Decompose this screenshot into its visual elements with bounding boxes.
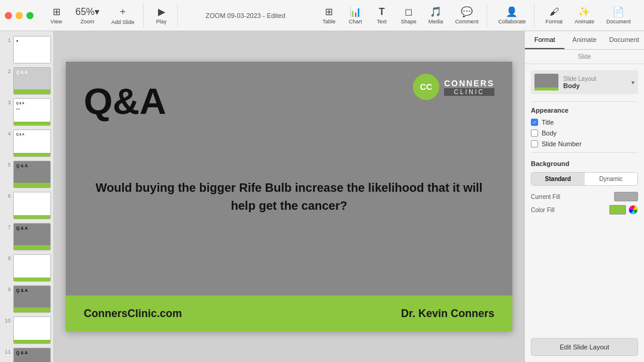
add-slide-button[interactable]: ＋ Add Slide: [108, 3, 138, 28]
background-toggle: Standard Dynamic: [531, 172, 638, 186]
tab-animate[interactable]: Animate: [564, 31, 604, 49]
slide-footer-bar: ConnersClinic.com Dr. Kevin Conners: [66, 295, 512, 331]
layout-info: Slide Layout Body: [563, 76, 627, 89]
toolbar-group-insert: ⊞ Table 📊 Chart T Text ◻ Shape 🎵 Media 💬…: [314, 4, 488, 27]
text-icon: T: [379, 7, 385, 17]
comment-button[interactable]: 💬 Comment: [451, 4, 482, 27]
animate-button[interactable]: ✨ Animate: [571, 4, 598, 27]
slide-layout-name: Body: [563, 82, 627, 89]
checkbox-title[interactable]: [531, 119, 538, 126]
toolbar-group-format: 🖌 Format ✨ Animate 📄 Document: [537, 4, 639, 27]
thumbnail-9[interactable]: 9 Q & A: [2, 285, 51, 313]
view-label: View: [50, 19, 62, 25]
collaborate-label: Collaborate: [498, 19, 525, 25]
thumbnail-1[interactable]: 1 ●: [2, 36, 51, 64]
edit-slide-layout-button[interactable]: Edit Slide Layout: [531, 338, 638, 356]
bg-dynamic-button[interactable]: Dynamic: [585, 173, 638, 185]
layout-dropdown-icon[interactable]: ▾: [631, 79, 634, 86]
zoom-icon: 65%▾: [75, 6, 99, 17]
slide-title[interactable]: Q&A: [84, 80, 166, 122]
thumbnail-4[interactable]: 4 Q & A: [2, 129, 51, 157]
thumbnail-6[interactable]: 6: [2, 192, 51, 219]
slide-footer-left: ConnersClinic.com: [84, 307, 182, 320]
shape-icon: ◻: [405, 6, 412, 17]
chart-icon: 📊: [350, 6, 362, 17]
shape-label: Shape: [401, 19, 417, 25]
slide[interactable]: CC CONNERS CLINIC Q&A Would buying the b…: [66, 62, 512, 331]
document-icon: 📄: [612, 6, 624, 17]
canvas-area[interactable]: CC CONNERS CLINIC Q&A Would buying the b…: [54, 31, 524, 362]
format-button[interactable]: 🖌 Format: [542, 4, 566, 27]
text-label: Text: [377, 19, 387, 25]
color-fill-label: Color Fill: [531, 207, 554, 213]
checkbox-slide-number[interactable]: [531, 140, 538, 147]
checkbox-body[interactable]: [531, 129, 538, 137]
minimize-button[interactable]: [16, 12, 23, 19]
right-panel: Format Animate Document Slide Slide Layo…: [524, 31, 644, 362]
slide-layout-preview: Slide Layout Body ▾: [531, 70, 638, 94]
checkbox-body-label: Body: [542, 129, 557, 137]
panel-content: Slide Layout Body ▾ Appearance Title Bod…: [525, 64, 644, 332]
play-label: Play: [156, 19, 167, 25]
panel-tabs: Format Animate Document: [525, 31, 644, 50]
thumbnail-11[interactable]: 11 Q & A: [2, 348, 51, 362]
zoom-button[interactable]: 65%▾ Zoom: [72, 4, 103, 27]
slide-thumbnails: 1 ● 2 Q & A 3 Q & A: [0, 31, 54, 362]
color-fill-controls: [609, 205, 638, 215]
layout-thumb: [534, 74, 558, 90]
chart-button[interactable]: 📊 Chart: [345, 4, 366, 27]
table-label: Table: [323, 19, 336, 25]
thumbnail-2[interactable]: 2 Q & A: [2, 67, 51, 95]
media-button[interactable]: 🎵 Media: [425, 4, 447, 27]
logo-name-bottom: CLINIC: [444, 88, 494, 96]
format-label: Format: [545, 19, 563, 25]
animate-label: Animate: [575, 19, 594, 25]
color-fill-swatch[interactable]: [609, 205, 626, 215]
close-button[interactable]: [5, 12, 12, 19]
current-fill-swatch[interactable]: [614, 192, 638, 201]
logo-initials: CC: [420, 82, 432, 92]
media-label: Media: [429, 19, 443, 25]
collaborate-button[interactable]: 👤 Collaborate: [494, 4, 529, 27]
current-fill-label: Current Fill: [531, 194, 560, 200]
checkbox-row-body: Body: [531, 129, 638, 137]
slide-footer-right: Dr. Kevin Conners: [401, 307, 494, 320]
logo-circle: CC: [413, 74, 439, 100]
divider-2: [531, 152, 638, 153]
thumbnail-8[interactable]: 8: [2, 254, 51, 282]
bg-standard-button[interactable]: Standard: [531, 173, 585, 185]
view-button[interactable]: ⊞ View: [45, 4, 67, 27]
background-section: Background Standard Dynamic Current Fill…: [531, 160, 638, 215]
tab-document[interactable]: Document: [604, 31, 644, 49]
color-fill-row: Color Fill: [531, 205, 638, 215]
collaborate-icon: 👤: [506, 6, 518, 17]
document-label: Document: [606, 19, 631, 25]
checkbox-row-title: Title: [531, 119, 638, 126]
thumbnail-3[interactable]: 3 Q & A text: [2, 98, 51, 126]
table-button[interactable]: ⊞ Table: [318, 4, 340, 27]
play-button[interactable]: ▶ Play: [151, 4, 172, 27]
traffic-lights: [5, 12, 34, 19]
panel-section-title: Slide: [525, 50, 644, 64]
tab-format[interactable]: Format: [525, 31, 564, 49]
divider-1: [531, 101, 638, 102]
text-button[interactable]: T Text: [371, 4, 393, 27]
checkbox-row-slide-number: Slide Number: [531, 140, 638, 147]
current-fill-row: Current Fill: [531, 192, 638, 201]
color-wheel-icon[interactable]: [628, 205, 638, 215]
thumbnail-10[interactable]: 10: [2, 316, 51, 344]
animate-icon: ✨: [578, 6, 590, 17]
thumbnail-7[interactable]: 7 Q & A: [2, 223, 51, 251]
thumbnail-5[interactable]: 5 Q & A: [2, 161, 51, 188]
comment-icon: 💬: [461, 6, 473, 17]
slide-body-text[interactable]: Would buying the bigger Rife Bulb increa…: [66, 179, 512, 215]
checkbox-title-label: Title: [542, 119, 554, 126]
shape-button[interactable]: ◻ Shape: [397, 4, 420, 27]
format-icon: 🖌: [549, 7, 559, 17]
comment-label: Comment: [455, 19, 478, 25]
media-icon: 🎵: [430, 6, 442, 17]
logo-text-block: CONNERS CLINIC: [444, 79, 494, 96]
document-button[interactable]: 📄 Document: [603, 4, 634, 27]
play-icon: ▶: [158, 6, 165, 17]
maximize-button[interactable]: [26, 12, 34, 19]
